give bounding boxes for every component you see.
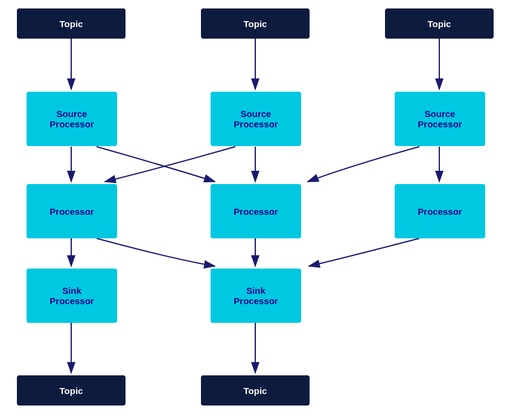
topic-bottom-left: Topic <box>17 375 126 406</box>
diagram-container: Topic Topic Topic SourceProcessor Source… <box>0 0 525 420</box>
sink-processor-mid: SinkProcessor <box>211 269 301 323</box>
source-processor-right: SourceProcessor <box>395 92 485 146</box>
source-processor-mid: SourceProcessor <box>211 92 301 146</box>
topic-top-left: Topic <box>17 8 126 39</box>
topic-top-mid: Topic <box>201 8 310 39</box>
topic-bottom-mid: Topic <box>201 375 310 406</box>
processor-mid: Processor <box>211 184 301 238</box>
sink-processor-left: SinkProcessor <box>27 269 117 323</box>
processor-left: Processor <box>27 184 117 238</box>
processor-right: Processor <box>395 184 485 238</box>
topic-top-right: Topic <box>385 8 494 39</box>
source-processor-left: SourceProcessor <box>27 92 117 146</box>
